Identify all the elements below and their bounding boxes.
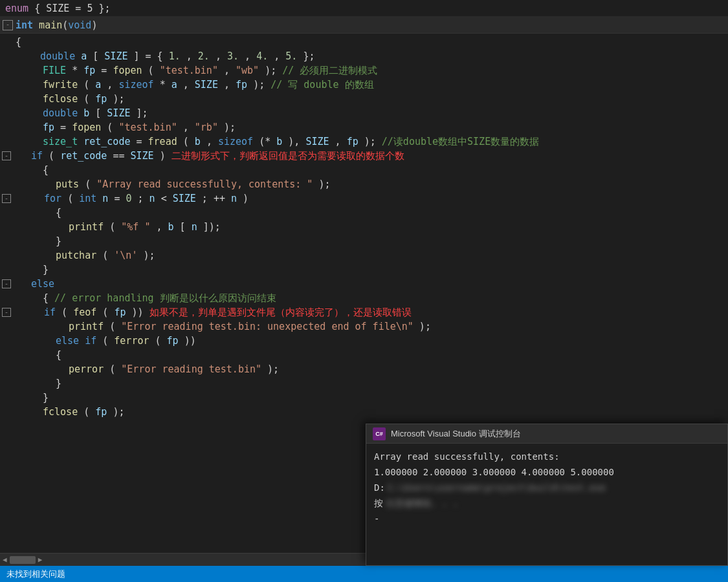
- code-line-ferror: else if ( ferror ( fp )): [0, 334, 728, 348]
- main-void: void: [68, 19, 91, 31]
- code-line-puts: puts ( "Array read successfully, content…: [0, 177, 728, 191]
- collapse-if[interactable]: -: [2, 151, 11, 160]
- enum-code: enum: [5, 3, 28, 14]
- status-bar: 未找到相关问题: [0, 566, 728, 582]
- scroll-right-arrow[interactable]: ▶: [36, 555, 45, 564]
- collapse-else[interactable]: -: [2, 279, 11, 288]
- code-line-else-open: { // error handling 判断是以什么原因访问结束: [0, 291, 728, 305]
- code-line-printf: printf ( "%f " , b [ n ]);: [0, 220, 728, 234]
- console-line4: 按 任意键继续. . .: [374, 495, 720, 511]
- collapse-main[interactable]: -: [3, 20, 13, 30]
- console-body: Array read successfully, contents: 1.000…: [366, 444, 727, 532]
- console-blurred-prompt: 任意键继续. . .: [386, 495, 458, 511]
- code-line-else-close: }: [0, 391, 728, 405]
- console-title-bar: C# Microsoft Visual Studio 调试控制台: [366, 424, 727, 444]
- console-line3: D: C:\Users\username\project\build\test.…: [374, 480, 720, 495]
- code-line-printf-eof: printf ( "Error reading test.bin: unexpe…: [0, 319, 728, 334]
- console-popup: C# Microsoft Visual Studio 调试控制台 Array r…: [366, 424, 728, 566]
- collapse-for[interactable]: -: [2, 194, 11, 203]
- console-line1: Array read successfully, contents:: [374, 449, 720, 464]
- code-line-for-close: }: [0, 234, 728, 248]
- code-line-for-open: {: [0, 206, 728, 220]
- code-line-perror: perror ( "Error reading test.bin" );: [0, 362, 728, 376]
- code-line-open-brace: {: [0, 35, 728, 49]
- code-line-for: - for ( int n = 0 ; n < SIZE ; ++ n ): [0, 191, 728, 206]
- code-line-if-retcode: - if ( ret_code == SIZE ) 二进制形式下，判断返回值是否…: [0, 149, 728, 163]
- code-line-fclose1: fclose ( fp );: [0, 92, 728, 106]
- enum-rest: { SIZE = 5 };: [28, 3, 110, 14]
- code-line-ferror-open: {: [0, 348, 728, 362]
- main-int: int: [16, 19, 33, 31]
- code-line-ferror-close: }: [0, 376, 728, 391]
- console-title: Microsoft Visual Studio 调试控制台: [391, 428, 521, 440]
- code-line-fopen-wb: FILE * fp = fopen ( "test.bin" , "wb" );…: [0, 63, 728, 78]
- console-blurred-path: C:\Users\username\project\build\test.exe: [388, 480, 606, 495]
- code-line-else: - else: [0, 277, 728, 291]
- code-line-fwrite: fwrite ( a , sizeof * a , SIZE , fp ); /…: [0, 78, 728, 92]
- code-line-fclose2: fclose ( fp );: [0, 405, 728, 419]
- scroll-bar[interactable]: ◀ ▶: [0, 553, 366, 566]
- code-line-putchar: putchar ( '\n' );: [0, 248, 728, 263]
- enum-line: enum { SIZE = 5 };: [0, 0, 728, 17]
- code-lines: { double a [ SIZE ] = { 1. , 2. , 3. , 4…: [0, 34, 728, 419]
- main-name: main: [33, 19, 62, 31]
- scroll-left-arrow[interactable]: ◀: [0, 555, 10, 564]
- console-icon: C#: [373, 427, 386, 440]
- code-line-double-b: double b [ SIZE ];: [0, 106, 728, 120]
- code-line-if-open: {: [0, 163, 728, 177]
- code-line-fread: size_t ret_code = fread ( b , sizeof (* …: [0, 135, 728, 149]
- console-cursor: -: [374, 511, 720, 526]
- code-line-if-close: }: [0, 263, 728, 277]
- collapse-feof[interactable]: -: [2, 308, 11, 317]
- code-line-feof: - if ( feof ( fp )) 如果不是，判单是遇到文件尾（内容读完了）…: [0, 305, 728, 319]
- scroll-thumb[interactable]: [10, 556, 36, 564]
- main-params: (: [62, 19, 68, 31]
- status-text: 未找到相关问题: [6, 568, 65, 580]
- console-line2: 1.000000 2.000000 3.000000 4.000000 5.00…: [374, 464, 720, 480]
- code-line-fopen-rb: fp = fopen ( "test.bin" , "rb" );: [0, 120, 728, 135]
- code-line-double-a: double a [ SIZE ] = { 1. , 2. , 3. , 4. …: [0, 49, 728, 63]
- editor-container: enum { SIZE = 5 }; - int main ( void ) {…: [0, 0, 728, 582]
- main-close: ): [91, 19, 97, 31]
- main-signature-line: - int main ( void ): [0, 17, 728, 34]
